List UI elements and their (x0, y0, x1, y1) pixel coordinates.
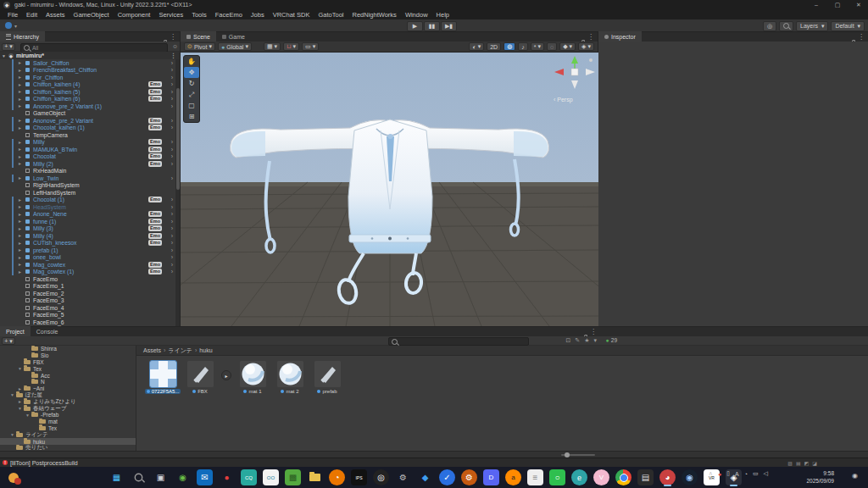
hierarchy-row[interactable]: ►Milly (3)Emo› (0, 225, 175, 233)
collapse-arrow-icon[interactable]: ▼ (2, 53, 6, 58)
green-app-icon[interactable]: ○ (549, 469, 565, 485)
steam-tools-icon[interactable]: ⚙ (461, 469, 477, 485)
emo-badge[interactable]: Emo (148, 233, 162, 239)
expand-arrow-icon[interactable]: ► (18, 140, 22, 145)
hierarchy-row[interactable]: FaceEmo_1 (0, 283, 175, 291)
folder-row-huku[interactable]: huku (0, 438, 136, 445)
folder-row-春結ウェーブ[interactable]: ▼春結ウェーブ (0, 405, 136, 412)
tray-app-badge-icon[interactable]: ● (718, 471, 721, 477)
tab-inspector[interactable]: Inspector (598, 31, 642, 42)
chevron-right-icon[interactable]: › (171, 75, 173, 80)
expand-arrow-icon[interactable]: ► (18, 89, 22, 94)
expand-arrow-icon[interactable]: ► (18, 60, 22, 65)
kebab-menu-icon[interactable]: ⋮ (170, 53, 176, 59)
emo-badge[interactable]: Emo (148, 139, 162, 145)
hidden-objects-toggle[interactable]: ◌ (547, 42, 557, 51)
account-dropdown-arrow[interactable]: ▾ (14, 23, 17, 29)
scrollbar-thumb[interactable] (176, 88, 180, 190)
emo-badge[interactable]: Emo (148, 125, 162, 130)
tray-volume-icon[interactable]: ◁ (764, 470, 768, 477)
asset-mat-2[interactable]: mat 2 (274, 361, 306, 394)
scene-audio-toggle[interactable]: ♪ (518, 42, 528, 51)
tab-project[interactable]: Project (0, 326, 31, 336)
menu-item-gatotool[interactable]: GatoTool (314, 11, 348, 19)
close-button[interactable]: ✕ (849, 0, 868, 9)
expand-arrow-icon[interactable]: ► (18, 247, 22, 252)
camera-dropdown[interactable]: ◆▾ (559, 42, 576, 51)
search-icon[interactable] (131, 469, 147, 485)
layers-dropdown[interactable]: Layers ▾ (796, 21, 828, 31)
tray-app-icon[interactable]: ◔ (744, 471, 748, 477)
emo-badge[interactable]: Emo (148, 240, 162, 246)
emo-badge[interactable]: Emo (148, 81, 162, 87)
expand-arrow-icon[interactable]: ► (18, 82, 22, 87)
layout-dropdown[interactable]: Default ▾ (831, 21, 865, 31)
save-search-icon[interactable]: ★ (584, 337, 589, 344)
expand-arrow-icon[interactable]: ► (18, 147, 22, 152)
red-recorder-icon[interactable]: ◕ (659, 469, 676, 485)
task-view-icon[interactable]: ▣ (153, 469, 169, 485)
chevron-right-icon[interactable]: › (171, 118, 173, 124)
tab-scene[interactable]: Scene (181, 31, 216, 42)
folder-row-よりみちZひより[interactable]: ►よりみちZひより (0, 398, 136, 405)
expand-arrow-icon[interactable]: ► (18, 97, 22, 102)
folder-row-FBX[interactable]: FBX (0, 359, 136, 366)
taskbar-clock[interactable]: 9:58 2025/09/09 (806, 469, 834, 485)
expand-arrow-icon[interactable]: ► (18, 255, 22, 260)
discord-icon[interactable]: D (483, 469, 499, 485)
thumbnail-size-slider[interactable] (561, 454, 595, 456)
hierarchy-row[interactable]: ►Chocolat (1)Emo› (0, 197, 175, 204)
expand-arrow-icon[interactable]: ► (18, 125, 22, 130)
hierarchy-row[interactable]: ►Chiffon_kaihen (5)Emo› (0, 88, 175, 96)
expand-arrow-icon[interactable]: ► (18, 118, 22, 123)
expand-subassets-button[interactable]: ▸ (221, 370, 231, 380)
tab-hierarchy[interactable]: Hierarchy (0, 31, 45, 42)
emo-badge[interactable]: Emo (148, 225, 162, 231)
menu-item-tools[interactable]: Tools (187, 11, 211, 19)
create-object-button[interactable]: + ▾ (2, 43, 15, 51)
breadcrumb-item-2[interactable]: huku (199, 347, 212, 353)
expand-arrow-icon[interactable]: ► (18, 241, 22, 246)
emo-badge[interactable]: Emo (148, 153, 162, 159)
notification-bell-icon[interactable]: ◉ (852, 472, 858, 480)
transform-tool[interactable]: ⊞ (184, 111, 199, 122)
weather-widget[interactable] (3, 469, 25, 485)
hierarchy-row[interactable]: RxHeadMain (0, 168, 175, 175)
menu-item-faceemo[interactable]: FaceEmo (211, 11, 247, 19)
gizmos-dropdown[interactable]: ◈▾ (578, 42, 594, 51)
chevron-right-icon[interactable]: › (171, 175, 173, 181)
grid-snap-dropdown[interactable]: ▦▾ (264, 42, 281, 51)
chat-app-icon[interactable]: CQ (241, 469, 257, 485)
wifi-analyzer-icon[interactable]: ◉ (175, 469, 191, 485)
menu-item-services[interactable]: Services (154, 11, 187, 19)
asset-fbx[interactable]: FBX (184, 361, 216, 394)
hierarchy-row[interactable]: FaceEmo_5 (0, 312, 175, 319)
asset-mat-1[interactable]: mat 1 (236, 361, 269, 394)
chevron-right-icon[interactable]: › (171, 262, 173, 268)
hierarchy-row[interactable]: GameObject (0, 110, 175, 118)
menu-item-vrchat-sdk[interactable]: VRChat SDK (269, 11, 314, 19)
emo-badge[interactable]: Emo (148, 161, 162, 167)
scene-lighting-toggle[interactable]: ◍ (504, 42, 515, 51)
chevron-right-icon[interactable]: › (171, 89, 173, 95)
chevron-right-icon[interactable]: › (171, 147, 173, 152)
handle-space-dropdown[interactable]: ●Global▾ (218, 42, 252, 51)
search-everything-button[interactable] (779, 21, 793, 31)
folder-row-ラインテ[interactable]: ▼ラインテ (0, 431, 136, 438)
hierarchy-row[interactable]: ►Low_Twin› (0, 175, 175, 182)
overflow-icon-2[interactable]: ◩ (804, 460, 810, 466)
outlook-icon[interactable]: ✉ (197, 469, 213, 485)
blender-icon[interactable]: ◔ (329, 469, 345, 485)
settings-gear-icon[interactable]: ⚙ (395, 469, 411, 485)
kebab-menu-icon[interactable]: ⋮ (858, 33, 865, 41)
emo-badge[interactable]: Emo (148, 96, 162, 102)
edge-icon[interactable]: e (571, 469, 587, 485)
rotate-tool[interactable]: ↻ (184, 78, 199, 89)
overflow-icon-3[interactable]: ◪ (812, 460, 817, 466)
hierarchy-row[interactable]: FaceEmo (0, 275, 175, 283)
hierarchy-row[interactable]: ►Chiffon_kaihen (6)Emo› (0, 96, 175, 103)
scale-tool[interactable]: ⤢ (184, 89, 199, 100)
hierarchy-row[interactable]: ►Anonove_pre_2 VariantEmo› (0, 117, 175, 125)
play-button[interactable]: ▶ (407, 21, 423, 31)
hierarchy-row[interactable]: ►Mag_cowtex (1)Emo› (0, 269, 175, 276)
